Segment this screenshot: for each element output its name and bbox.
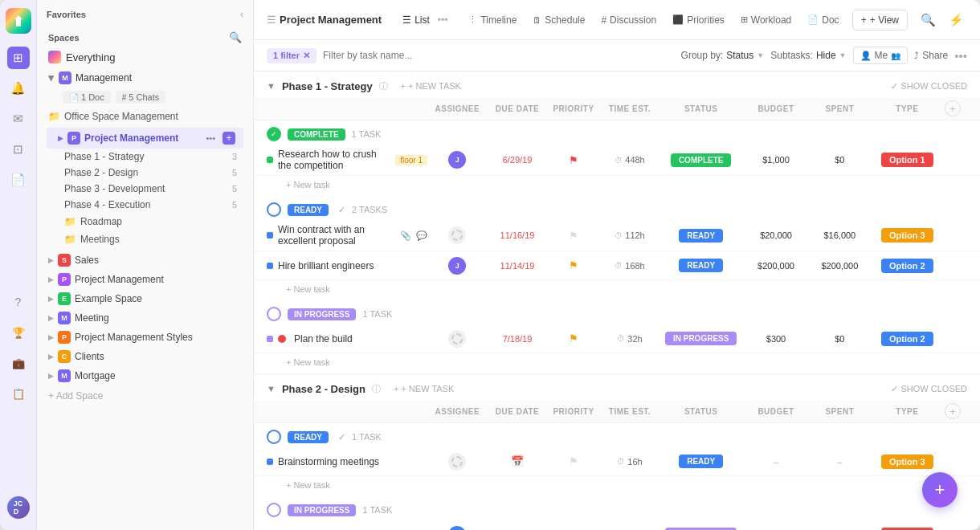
- phase1-toggle[interactable]: ▼: [267, 81, 276, 91]
- due-date-value: 11/16/19: [500, 230, 535, 240]
- blocked-icon: [278, 335, 286, 343]
- tab-timeline[interactable]: ⋮ Timeline: [460, 10, 525, 31]
- management-meta: 📄 1 Doc # 5 Chats: [37, 88, 253, 108]
- dashboard-icon[interactable]: ⊡: [7, 138, 30, 161]
- complete-circle[interactable]: ✓: [267, 127, 281, 141]
- phase-dev-item[interactable]: Phase 3 - Development 5: [64, 181, 248, 197]
- office-space-item[interactable]: 📁 Office Space Management: [37, 108, 253, 125]
- filter-clear-btn[interactable]: ✕: [303, 51, 310, 61]
- phase2-toggle[interactable]: ▼: [267, 384, 276, 393]
- new-task-row-p2-1[interactable]: + New task: [254, 476, 980, 496]
- filter-input[interactable]: [323, 50, 675, 61]
- mortgage-space[interactable]: ▶ M Mortgage: [37, 366, 253, 385]
- nav-tabs: ☰ List ••• ⋮ Timeline 🗓 Schedule # Di: [394, 6, 908, 34]
- tasks-icon[interactable]: 📋: [7, 382, 30, 405]
- fab-add-btn[interactable]: +: [922, 472, 958, 508]
- tab-workload[interactable]: ⊞ Workload: [733, 10, 799, 31]
- comment-icon[interactable]: 💬: [416, 230, 427, 241]
- app-logo[interactable]: [6, 8, 31, 34]
- phase1-new-task-btn[interactable]: + + NEW TASK: [394, 80, 468, 92]
- me-filter-btn[interactable]: 👤 Me 👥: [853, 47, 909, 64]
- task-budget: $300: [742, 334, 810, 344]
- breadcrumb: ☰ Project Management: [267, 14, 382, 26]
- col2-type-header: TYPE: [870, 407, 945, 416]
- pm-header[interactable]: ▶ P Project Management ••• +: [47, 128, 243, 149]
- ready-circle[interactable]: [267, 202, 281, 217]
- share-btn[interactable]: ⤴ Share: [914, 50, 948, 61]
- new-task-row-3[interactable]: + New task: [254, 353, 980, 373]
- checkmark-icon: ✓: [891, 81, 898, 92]
- everything-item[interactable]: Everything: [37, 47, 253, 67]
- pm2-space[interactable]: ▶ P Project Management: [37, 270, 253, 289]
- chat-badge[interactable]: # 5 Chats: [116, 91, 165, 104]
- sales-space[interactable]: ▶ S Sales: [37, 251, 253, 270]
- task-name-cell: Hire brilliant engineers: [267, 260, 427, 271]
- roadmap-item[interactable]: 📁 Roadmap: [64, 213, 248, 230]
- subtasks-control[interactable]: Subtasks: Hide ▼: [770, 50, 846, 61]
- new-task-row[interactable]: + New task: [254, 176, 980, 196]
- avatar[interactable]: J: [448, 526, 466, 531]
- notifications-icon[interactable]: 🔔: [7, 77, 30, 100]
- new-task-row-2[interactable]: + New task: [254, 280, 980, 300]
- list-more-btn[interactable]: •••: [433, 11, 453, 29]
- doc-badge[interactable]: 📄 1 Doc: [63, 91, 111, 104]
- pm-more-btn[interactable]: •••: [202, 132, 218, 144]
- table-row[interactable]: Win contract with an excellent proposal …: [254, 220, 980, 251]
- inbox-icon[interactable]: ✉: [7, 108, 30, 130]
- add-space-btn[interactable]: + Add Space: [37, 385, 253, 406]
- task-name: Win contract with an excellent proposal: [278, 224, 395, 247]
- col-add-header[interactable]: +: [945, 100, 967, 116]
- table-row[interactable]: Plan the build 7/18/19 ⚑: [254, 324, 980, 353]
- avatar-ghost[interactable]: [448, 453, 466, 471]
- docs-icon[interactable]: 📄: [7, 169, 30, 191]
- group-by-control[interactable]: Group by: Status ▼: [681, 50, 765, 61]
- user-avatar[interactable]: JCD: [7, 496, 30, 519]
- table-row[interactable]: Research how to crush the competition fl…: [254, 145, 980, 176]
- pm-add-btn[interactable]: +: [223, 132, 235, 145]
- collapse-sidebar-btn[interactable]: ‹: [240, 8, 243, 20]
- phase1-show-closed[interactable]: ✓ SHOW CLOSED: [891, 81, 967, 92]
- p2-progress-circle[interactable]: [267, 503, 281, 517]
- avatar-ghost[interactable]: [448, 226, 466, 244]
- clients-space[interactable]: ▶ C Clients: [37, 347, 253, 366]
- tab-list[interactable]: ☰ List •••: [394, 6, 460, 34]
- tab-schedule[interactable]: 🗓 Schedule: [525, 10, 593, 31]
- p2-ready-circle[interactable]: [267, 430, 281, 444]
- example-space[interactable]: ▶ E Example Space: [37, 289, 253, 308]
- col2-add-header[interactable]: +: [945, 403, 967, 419]
- management-chevron[interactable]: ▶: [47, 75, 56, 81]
- phase2-info-icon[interactable]: ⓘ: [372, 383, 381, 395]
- search-icon[interactable]: 🔍: [917, 10, 939, 31]
- lightning-icon[interactable]: ⚡: [945, 10, 967, 31]
- table-row[interactable]: Hire brilliant engineers J 11/14/19 ⚑: [254, 251, 980, 280]
- view-btn[interactable]: + + View: [852, 10, 908, 31]
- management-header[interactable]: ▶ M Management: [37, 67, 253, 88]
- pmstyles-space[interactable]: ▶ P Project Management Styles: [37, 328, 253, 347]
- table-row[interactable]: Write a knowledge base J 8/18/19 ⚑: [254, 520, 980, 530]
- table-row[interactable]: Brainstorming meetings 📅 ⚑: [254, 447, 980, 476]
- phase2-new-task-btn[interactable]: + + NEW TASK: [387, 382, 460, 395]
- tab-doc[interactable]: 📄 Doc: [799, 10, 847, 31]
- home-icon[interactable]: ⊞: [7, 47, 30, 69]
- phase-strategy-item[interactable]: Phase 1 - Strategy 3: [64, 149, 248, 165]
- goals-icon[interactable]: 🏆: [7, 321, 30, 344]
- help-icon[interactable]: ?: [7, 291, 30, 313]
- meetings-item[interactable]: 📁 Meetings: [64, 230, 248, 248]
- attach-icon[interactable]: 📎: [400, 230, 411, 241]
- avatar[interactable]: J: [448, 151, 466, 169]
- phase1-info-icon[interactable]: ⓘ: [379, 80, 388, 92]
- toolbar-more-btn[interactable]: •••: [954, 49, 967, 63]
- portfolio-icon[interactable]: 💼: [7, 352, 30, 374]
- avatar[interactable]: J: [448, 257, 466, 275]
- filter-badge[interactable]: 1 filter ✕: [267, 48, 316, 63]
- progress-circle[interactable]: [267, 307, 281, 321]
- avatar-ghost[interactable]: [448, 330, 466, 348]
- tab-priorities[interactable]: ⬛ Priorities: [664, 10, 733, 31]
- spent-value: $200,000: [821, 261, 858, 271]
- phase2-show-closed[interactable]: ✓ SHOW CLOSED: [891, 384, 967, 394]
- meeting-space[interactable]: ▶ M Meeting: [37, 308, 253, 328]
- sidebar-search-icon[interactable]: 🔍: [229, 31, 242, 43]
- tab-discussion[interactable]: # Discussion: [593, 10, 664, 31]
- phase-exec-item[interactable]: Phase 4 - Execution 5: [64, 197, 248, 213]
- phase-design-item[interactable]: Phase 2 - Design 5: [64, 165, 248, 181]
